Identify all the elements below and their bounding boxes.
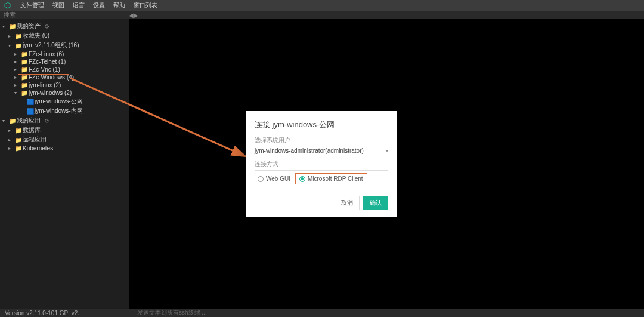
radio-web-gui[interactable]: Web GUI	[258, 176, 290, 182]
caret-right-icon: ▸	[14, 67, 19, 72]
menu-settings[interactable]: 设置	[93, 1, 105, 10]
tree-label: jym-linux (2)	[29, 82, 61, 88]
folder-icon: 📁	[9, 118, 15, 124]
menu-help[interactable]: 帮助	[113, 1, 125, 10]
folder-icon: 📁	[15, 127, 21, 134]
broadcast-input-placeholder[interactable]: 发送文本到所有ssh终端 ...	[137, 309, 207, 317]
confirm-button[interactable]: 确认	[363, 196, 388, 210]
tree-item-favorites[interactable]: ▸ 📁 收藏夹 (0)	[0, 31, 129, 41]
folder-icon: 📁	[9, 23, 15, 30]
chevron-down-icon: ▾	[386, 148, 388, 153]
folder-icon: 📁	[15, 33, 21, 39]
tree-label: 收藏夹 (0)	[23, 32, 49, 40]
refresh-icon[interactable]: ⟳	[45, 118, 49, 124]
caret-down-icon: ▾	[8, 43, 13, 48]
tree-item-jym-windows-public[interactable]: 🟦 jym-windows-公网	[0, 97, 129, 106]
tree-item-jym-linux[interactable]: ▸ 📁 jym-linux (2)	[0, 81, 129, 89]
folder-icon: 📁	[15, 137, 21, 143]
caret-right-icon: ▸	[8, 128, 13, 133]
radio-label: Web GUI	[266, 176, 290, 182]
dialog-user-label: 选择系统用户	[255, 136, 388, 144]
tree-label: 数据库	[23, 126, 41, 134]
search-label[interactable]: 搜索	[4, 11, 16, 19]
refresh-icon[interactable]: ⟳	[45, 23, 49, 30]
folder-icon: 📁	[21, 51, 27, 57]
windows-icon: 🟦	[27, 108, 33, 115]
caret-right-icon: ▸	[14, 59, 19, 64]
tree-label: FZc-Telnet (1)	[29, 59, 66, 65]
sub-toolbar: 搜索 ◀ ▶	[0, 11, 644, 19]
caret-down-icon: ▾	[14, 90, 19, 96]
menu-view[interactable]: 视图	[52, 1, 64, 10]
tree-section-my-apps[interactable]: ▾ 📁 我的应用 ⟳	[0, 116, 129, 125]
tree-item-jym-windows-internal[interactable]: 🟦 jym-windows-内网	[0, 106, 129, 116]
caret-right-icon: ▸	[14, 75, 19, 80]
tree-label: FZc-Linux (6)	[29, 51, 64, 57]
menu-file[interactable]: 文件管理	[20, 1, 44, 10]
caret-right-icon: ▸	[14, 82, 19, 88]
folder-icon: 📁	[21, 82, 27, 88]
tree-item-fzc-linux[interactable]: ▸ 📁 FZc-Linux (6)	[0, 50, 129, 58]
caret-right-icon: ▸	[8, 146, 13, 151]
tree-item-jym-winodws[interactable]: ▾ 📁 jym-winodws (2)	[0, 89, 129, 97]
tree-label: 我的应用	[17, 116, 41, 125]
caret-right-icon: ▸	[14, 51, 19, 57]
system-user-select[interactable]: jym-windows-administrator(administrator)…	[255, 146, 388, 156]
tree-item-fzc-vnc[interactable]: ▸ 📁 FZc-Vnc (1)	[0, 66, 129, 73]
tree-label: 远程应用	[23, 136, 47, 144]
dialog-title: 连接 jym-windows-公网	[255, 119, 388, 130]
tree-label: jym-windows-公网	[35, 97, 83, 106]
svg-marker-0	[5, 2, 11, 8]
tree-item-database[interactable]: ▸ 📁 数据库	[0, 125, 129, 135]
folder-icon: 📁	[21, 74, 27, 81]
radio-rdp-client[interactable]: Microsoft RDP Client	[295, 173, 367, 184]
radio-icon	[299, 176, 305, 182]
tree-label: Kubernetes	[23, 145, 53, 152]
folder-icon: 📁	[21, 90, 27, 96]
tree-label: jym-windows-内网	[35, 107, 83, 115]
tree-item-org[interactable]: ▾ 📁 jym_v2.11.0组织 (16)	[0, 41, 129, 50]
connect-dialog: 连接 jym-windows-公网 选择系统用户 jym-windows-adm…	[246, 111, 397, 217]
panel-collapse-left-icon[interactable]: ◀	[129, 12, 132, 19]
menu-window-list[interactable]: 窗口列表	[134, 1, 157, 10]
system-user-value: jym-windows-administrator(administrator)	[255, 147, 364, 154]
tree-label: jym_v2.11.0组织 (16)	[23, 41, 79, 50]
asset-tree-sidebar: ▾ 📁 我的资产 ⟳ ▸ 📁 收藏夹 (0) ▾ 📁 jym_v2.11.0组织…	[0, 19, 129, 309]
tree-label: 我的资产	[17, 22, 41, 30]
menu-language[interactable]: 语言	[73, 1, 85, 10]
caret-right-icon: ▸	[8, 33, 13, 39]
top-menu-bar: 文件管理 视图 语言 设置 帮助 窗口列表	[0, 0, 644, 11]
radio-label: Microsoft RDP Client	[308, 176, 363, 182]
folder-icon: 📁	[21, 59, 27, 65]
tree-section-my-assets[interactable]: ▾ 📁 我的资产 ⟳	[0, 21, 129, 31]
tree-label: FZc-Vnc (1)	[29, 66, 60, 73]
dialog-method-label: 连接方式	[255, 160, 388, 168]
panel-collapse-right-icon[interactable]: ▶	[134, 12, 137, 19]
cancel-button[interactable]: 取消	[335, 196, 360, 210]
folder-icon: 📁	[15, 145, 21, 152]
caret-right-icon: ▸	[8, 137, 13, 143]
tree-label: FZc-Windows (4)	[29, 74, 74, 81]
app-logo-icon	[4, 1, 12, 10]
folder-icon: 📁	[15, 42, 21, 49]
windows-icon: 🟦	[27, 99, 33, 105]
radio-icon	[258, 176, 264, 182]
status-bar: Version v2.11.0-101 GPLv2. 发送文本到所有ssh终端 …	[0, 309, 644, 317]
tree-item-kubernetes[interactable]: ▸ 📁 Kubernetes	[0, 144, 129, 152]
tree-item-fzc-telnet[interactable]: ▸ 📁 FZc-Telnet (1)	[0, 58, 129, 66]
folder-icon: 📁	[21, 66, 27, 73]
tree-label: jym-winodws (2)	[29, 90, 72, 96]
connection-method-group: Web GUI Microsoft RDP Client	[255, 170, 388, 187]
tree-item-remote-app[interactable]: ▸ 📁 远程应用	[0, 135, 129, 144]
tree-item-fzc-windows[interactable]: ▸ 📁 FZc-Windows (4)	[0, 73, 129, 81]
caret-down-icon: ▾	[2, 24, 7, 29]
version-text: Version v2.11.0-101 GPLv2.	[5, 310, 79, 316]
caret-down-icon: ▾	[2, 118, 7, 124]
